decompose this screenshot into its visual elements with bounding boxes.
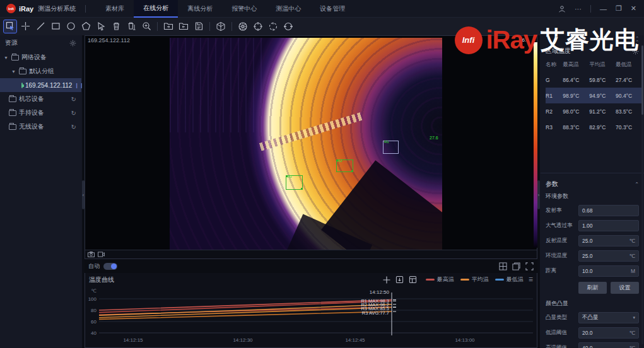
record-icon[interactable] <box>98 252 105 257</box>
chart-collapse-icon[interactable]: ☰ <box>529 277 533 282</box>
temperature-line-chart[interactable]: ℃ 100 80 60 40 14:12:15 14:12:30 14:12:4… <box>85 286 537 345</box>
delete-all-tool[interactable] <box>125 20 138 33</box>
col-max: 最高温 <box>563 58 589 72</box>
reflected-temp-input[interactable]: 25.0℃ <box>578 235 639 246</box>
tree-node-network-devices[interactable]: ▼ 网络设备 <box>0 50 81 64</box>
chart-series <box>99 300 396 320</box>
table-row-r1[interactable]: R198.9°C 94.9°C90.4°C <box>546 88 642 103</box>
panel-collapse-all-icon[interactable]: ⌃⌃ <box>635 37 639 44</box>
env-params-subtitle: 环境参数 <box>541 191 644 203</box>
set-params-button[interactable]: 设置 <box>611 282 639 294</box>
rect-tool[interactable] <box>49 20 62 33</box>
table-view-icon[interactable] <box>409 276 417 284</box>
focus-center-icon[interactable] <box>252 20 264 33</box>
y-tick: 80 <box>91 308 97 313</box>
tree-node-default-group[interactable]: ▼ 默认分组 <box>0 64 81 78</box>
legend-label: 最低温 <box>506 276 524 284</box>
line-tool[interactable] <box>34 20 47 33</box>
tree-label: 无线设备 <box>19 122 44 131</box>
resource-settings-icon[interactable] <box>69 40 76 47</box>
arrow-annotate-tool[interactable] <box>95 20 107 33</box>
delete-tool[interactable] <box>110 20 122 33</box>
focus-manual-icon[interactable] <box>282 20 295 33</box>
tab-material-library[interactable]: 素材库 <box>96 0 134 18</box>
zoom-tool[interactable] <box>140 20 153 33</box>
distance-input[interactable]: 10.0M <box>578 265 639 277</box>
right-panel: ⌃⌃ 区域温度 名称 最高温 平均温 最低温 <box>540 35 644 348</box>
thermal-image[interactable] <box>170 38 442 253</box>
polygon-tool[interactable] <box>79 20 92 33</box>
save-report-icon[interactable] <box>192 20 205 33</box>
tree-label: 手持设备 <box>19 108 44 117</box>
params-title: 参数 <box>546 180 558 188</box>
tab-online-analysis[interactable]: 在线分析 <box>134 0 178 18</box>
close-button[interactable]: ✕ <box>631 4 636 13</box>
highlight-type-select[interactable]: 不凸显▾ <box>578 312 639 323</box>
export-chart-icon[interactable] <box>395 276 404 284</box>
auto-toggle[interactable] <box>103 263 117 270</box>
roi-rect-r2[interactable]: R2 <box>336 160 353 172</box>
tree-label: 169.254.122.112 <box>25 82 72 89</box>
tree-node-core-devices[interactable]: 机芯设备 ↻ <box>0 92 81 106</box>
grid-view-icon[interactable] <box>499 262 507 270</box>
refresh-icon[interactable]: ↻ <box>71 124 76 130</box>
field-label: 距离 <box>546 267 576 275</box>
legend-min-temp[interactable]: 最低温 <box>495 276 524 284</box>
emissivity-input[interactable]: 0.68 <box>578 205 639 216</box>
field-label: 凸显类型 <box>546 314 576 322</box>
refresh-icon[interactable]: ↻ <box>71 110 76 117</box>
table-row-g[interactable]: G86.4°C 59.8°C27.4°C <box>546 72 642 88</box>
focus-auto-icon[interactable] <box>267 20 279 33</box>
field-high-threshold: 高温阈值 40.0℃ <box>541 340 644 348</box>
fullscreen-icon[interactable] <box>525 262 534 270</box>
table-row-r2[interactable]: R298.0°C 91.2°C83.5°C <box>546 103 642 119</box>
point-tool[interactable] <box>19 20 32 33</box>
legend-avg-temp[interactable]: 平均温 <box>460 276 489 284</box>
params-collapse-icon[interactable]: ⌃ <box>635 182 639 187</box>
add-curve-icon[interactable] <box>383 276 390 284</box>
region-settings-icon[interactable] <box>632 48 639 55</box>
maximize-button[interactable]: ❐ <box>616 4 622 13</box>
roi-label: R2 <box>337 159 342 163</box>
sidebar-title: 资源 <box>5 38 18 47</box>
table-row-r3[interactable]: R388.3°C 82.9°C70.3°C <box>546 119 642 135</box>
tab-offline-analysis[interactable]: 离线分析 <box>178 0 222 18</box>
refresh-params-button[interactable]: 刷新 <box>578 282 607 294</box>
more-menu-icon[interactable]: ··· <box>575 5 582 13</box>
select-tool[interactable] <box>4 20 16 33</box>
color-highlight-title: 颜色凸显 <box>541 296 644 310</box>
import-folder-icon[interactable] <box>162 20 175 33</box>
camera-device-icon <box>21 83 23 88</box>
tab-device-manage[interactable]: 设备管理 <box>310 0 354 18</box>
field-label: 低温阈值 <box>546 329 576 337</box>
minimize-button[interactable]: — <box>600 5 607 13</box>
palette-wheel-icon[interactable] <box>237 20 249 33</box>
refresh-icon[interactable]: ↻ <box>71 96 76 103</box>
ambient-temp-input[interactable]: 25.0℃ <box>578 250 639 262</box>
col-avg: 平均温 <box>589 58 616 72</box>
expand-arrow-icon[interactable]: ▼ <box>11 69 16 74</box>
expand-arrow-icon[interactable]: ▼ <box>4 55 9 60</box>
tree-node-device-ip[interactable]: 169.254.122.112 ❙❙ <box>0 78 81 92</box>
3d-cube-icon[interactable] <box>214 20 227 33</box>
panel-scrollbar[interactable] <box>641 45 643 344</box>
ellipse-tool[interactable] <box>64 20 77 33</box>
roi-rect-r1[interactable]: R1 <box>383 141 399 154</box>
roi-rect-r3[interactable]: R3 <box>286 175 303 190</box>
atmos-transmittance-input[interactable]: 1.00 <box>578 220 639 231</box>
snapshot-icon[interactable] <box>88 252 95 257</box>
user-icon[interactable] <box>558 5 566 13</box>
legend-max-temp[interactable]: 最高温 <box>426 276 454 284</box>
tab-alarm-center[interactable]: 报警中心 <box>222 0 266 18</box>
popout-window-icon[interactable] <box>512 262 520 270</box>
x-tick: 14:12:30 <box>233 337 253 343</box>
divider <box>590 5 591 13</box>
chart-legend: 最高温 平均温 最低温 <box>426 276 524 284</box>
high-threshold-input[interactable]: 40.0℃ <box>578 342 639 348</box>
tab-measure-center[interactable]: 测温中心 <box>266 0 310 18</box>
brand-logo-icon: Infi <box>6 4 16 13</box>
tree-node-handheld-devices[interactable]: 手持设备 ↻ <box>0 106 81 120</box>
low-threshold-input[interactable]: 20.0℃ <box>578 327 639 339</box>
tree-node-wireless-devices[interactable]: 无线设备 ↻ <box>0 120 81 134</box>
export-folder-icon[interactable] <box>177 20 190 33</box>
